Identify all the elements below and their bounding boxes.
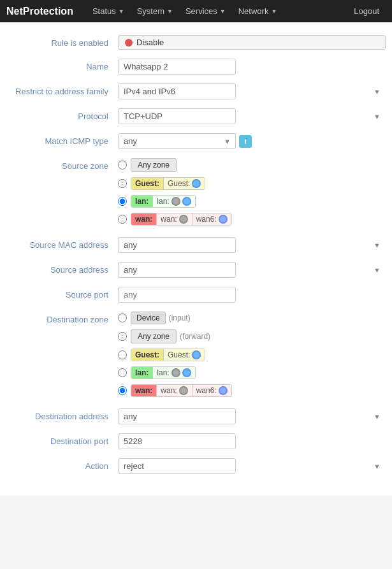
source-zone-any-radio[interactable] bbox=[118, 161, 127, 169]
network-icon bbox=[179, 386, 188, 395]
chevron-down-icon: ▼ bbox=[167, 8, 173, 15]
source-mac-row: Source MAC address any ▼ bbox=[6, 237, 386, 253]
source-address-row: Source address any ▼ bbox=[6, 262, 386, 278]
name-row: Name bbox=[6, 59, 386, 75]
globe-icon bbox=[192, 179, 201, 188]
source-zone-wan-row: wan: wan: wan6: bbox=[118, 213, 386, 226]
address-family-select[interactable]: IPv4 and IPv6 IPv4 only IPv6 only bbox=[118, 83, 236, 99]
source-zone-row: Source zone Any zone Guest: Guest: bbox=[6, 158, 386, 228]
navbar: NetProtection Status ▼ System ▼ Services… bbox=[0, 0, 392, 22]
chevron-down-icon: ▼ bbox=[119, 8, 124, 15]
destination-port-label: Destination port bbox=[6, 433, 118, 446]
chevron-down-icon: ▼ bbox=[374, 413, 381, 421]
network-icon bbox=[219, 215, 228, 224]
source-zone-guest-radio[interactable] bbox=[118, 179, 127, 188]
source-address-select[interactable]: any bbox=[118, 262, 236, 278]
chevron-down-icon: ▼ bbox=[374, 266, 381, 274]
nav-system[interactable]: System ▼ bbox=[131, 0, 179, 22]
name-input[interactable] bbox=[118, 59, 236, 75]
brand: NetProtection bbox=[6, 6, 73, 17]
wan-zone-badge: wan: wan: wan6: bbox=[131, 213, 232, 226]
dest-zone-lan-row: lan: lan: bbox=[118, 366, 386, 379]
destination-address-row: Destination address any ▼ bbox=[6, 408, 386, 424]
chevron-down-icon: ▼ bbox=[374, 88, 381, 96]
disable-button[interactable]: Disable bbox=[118, 35, 386, 50]
nav-network[interactable]: Network ▼ bbox=[232, 0, 284, 22]
rule-enabled-row: Rule is enabled Disable bbox=[6, 35, 386, 50]
destination-port-input[interactable] bbox=[118, 433, 236, 449]
guest-zone-badge: Guest: Guest: bbox=[131, 177, 205, 190]
form-container: Rule is enabled Disable Name Restrict to… bbox=[0, 22, 392, 496]
nav-services[interactable]: Services ▼ bbox=[179, 0, 232, 22]
any-zone-badge: Any zone bbox=[131, 329, 177, 343]
source-zone-wan-radio[interactable] bbox=[118, 215, 127, 224]
status-dot bbox=[125, 39, 133, 47]
chevron-down-icon: ▼ bbox=[271, 8, 277, 15]
match-icmp-select[interactable]: any bbox=[118, 133, 236, 149]
lan-zone-badge: lan: lan: bbox=[131, 195, 196, 208]
chevron-down-icon: ▼ bbox=[374, 241, 381, 249]
name-label: Name bbox=[6, 59, 118, 71]
destination-address-label: Destination address bbox=[6, 408, 118, 421]
globe-icon bbox=[182, 197, 191, 206]
match-icmp-row: Match ICMP type any ▼ i bbox=[6, 133, 386, 149]
destination-zone-label: Destination zone bbox=[6, 312, 118, 324]
device-chip: Device bbox=[131, 312, 166, 324]
info-icon[interactable]: i bbox=[239, 135, 252, 148]
source-port-input[interactable] bbox=[118, 287, 236, 303]
dest-lan-zone-badge: lan: lan: bbox=[131, 366, 196, 379]
chevron-down-icon: ▼ bbox=[374, 463, 381, 470]
destination-port-row: Destination port bbox=[6, 433, 386, 449]
nav-logout[interactable]: Logout bbox=[347, 0, 386, 22]
globe-icon bbox=[192, 350, 201, 359]
source-mac-select[interactable]: any bbox=[118, 237, 236, 253]
source-port-label: Source port bbox=[6, 287, 118, 299]
dest-zone-guest-radio[interactable] bbox=[118, 350, 127, 359]
protocol-row: Protocol TCP+UDP TCP UDP ICMP any ▼ bbox=[6, 108, 386, 124]
action-select[interactable]: reject accept drop bbox=[118, 458, 236, 474]
dest-zone-device-radio[interactable] bbox=[118, 313, 127, 322]
address-family-row: Restrict to address family IPv4 and IPv6… bbox=[6, 83, 386, 99]
action-row: Action reject accept drop ▼ bbox=[6, 458, 386, 474]
destination-address-select[interactable]: any bbox=[118, 408, 236, 424]
action-label: Action bbox=[6, 458, 118, 471]
dest-zone-guest-row: Guest: Guest: bbox=[118, 349, 386, 361]
dest-zone-wan-row: wan: wan: wan6: bbox=[118, 384, 386, 397]
source-port-row: Source port bbox=[6, 287, 386, 303]
address-family-label: Restrict to address family bbox=[6, 83, 118, 96]
rule-enabled-label: Rule is enabled bbox=[6, 35, 118, 48]
dest-zone-any-radio[interactable] bbox=[118, 332, 127, 341]
source-zone-label: Source zone bbox=[6, 158, 118, 171]
source-zone-guest-row: Guest: Guest: bbox=[118, 177, 386, 190]
protocol-select[interactable]: TCP+UDP TCP UDP ICMP any bbox=[118, 108, 236, 124]
source-zone-any-row: Any zone bbox=[118, 158, 386, 172]
source-zone-lan-row: lan: lan: bbox=[118, 195, 386, 208]
any-zone-badge: Any zone bbox=[131, 158, 177, 172]
source-mac-label: Source MAC address bbox=[6, 237, 118, 250]
dest-zone-device-row: Device (input) bbox=[118, 312, 386, 324]
network-icon bbox=[171, 197, 180, 206]
match-icmp-label: Match ICMP type bbox=[6, 133, 118, 146]
globe-icon bbox=[182, 368, 191, 377]
source-zone-lan-radio[interactable] bbox=[118, 197, 127, 206]
chevron-down-icon: ▼ bbox=[374, 113, 381, 120]
dest-zone-wan-radio[interactable] bbox=[118, 386, 127, 395]
dest-wan-zone-badge: wan: wan: wan6: bbox=[131, 384, 232, 397]
destination-zone-row: Destination zone Device (input) Any zone… bbox=[6, 312, 386, 400]
dest-zone-lan-radio[interactable] bbox=[118, 368, 127, 377]
protocol-label: Protocol bbox=[6, 108, 118, 121]
dest-zone-any-row: Any zone (forward) bbox=[118, 329, 386, 343]
nav-status[interactable]: Status ▼ bbox=[86, 0, 131, 22]
source-address-label: Source address bbox=[6, 262, 118, 275]
network-icon bbox=[179, 215, 188, 224]
network-icon bbox=[171, 368, 180, 377]
network-icon bbox=[219, 386, 228, 395]
chevron-down-icon: ▼ bbox=[220, 8, 226, 15]
dest-guest-zone-badge: Guest: Guest: bbox=[131, 349, 205, 361]
